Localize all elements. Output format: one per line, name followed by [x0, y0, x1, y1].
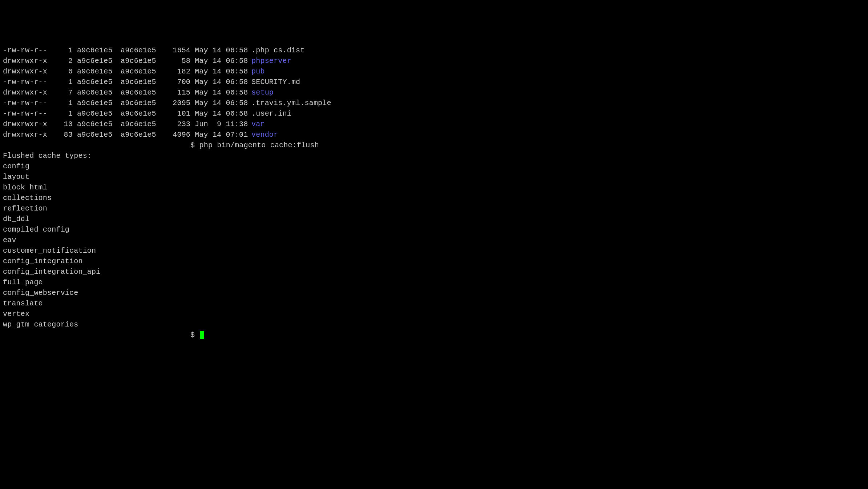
- perm: drwxrwxr-x: [3, 56, 51, 66]
- ls-row: -rw-rw-r--1a9c6e1e5a9c6e1e51654May 14 06…: [3, 45, 865, 56]
- perm: -rw-rw-r--: [3, 108, 51, 119]
- cache-type: block_html: [3, 182, 865, 193]
- directory-name: phpserver: [251, 56, 291, 66]
- cache-type: collections: [3, 193, 865, 203]
- size: 115: [164, 87, 190, 98]
- size: 1654: [164, 45, 190, 56]
- owner: a9c6e1e5: [77, 77, 121, 87]
- perm: -rw-rw-r--: [3, 45, 51, 56]
- group: a9c6e1e5: [121, 45, 164, 56]
- cache-type: config_webservice: [3, 288, 865, 298]
- owner: a9c6e1e5: [77, 119, 121, 129]
- cache-type: config: [3, 161, 865, 172]
- owner: a9c6e1e5: [77, 66, 121, 77]
- perm: -rw-rw-r--: [3, 98, 51, 108]
- owner: a9c6e1e5: [77, 129, 121, 140]
- cache-type-name: layout: [3, 173, 29, 181]
- directory-name: pub: [251, 66, 265, 77]
- links: 10: [51, 119, 73, 129]
- owner: a9c6e1e5: [77, 45, 121, 56]
- size: 182: [164, 66, 190, 77]
- cache-type: vertex: [3, 309, 865, 319]
- cache-type-name: block_html: [3, 183, 47, 192]
- cache-type-name: db_ddl: [3, 215, 29, 223]
- date: May 14 06:58: [195, 87, 251, 98]
- prompt-symbol: $: [190, 141, 199, 149]
- cache-type-name: compiled_config: [3, 225, 69, 234]
- cache-type: config_integration: [3, 256, 865, 266]
- group: a9c6e1e5: [121, 98, 164, 108]
- ls-row: -rw-rw-r--1a9c6e1e5a9c6e1e5700May 14 06:…: [3, 77, 865, 87]
- cache-type: translate: [3, 298, 865, 309]
- ls-row: drwxrwxr-x7a9c6e1e5a9c6e1e5115May 14 06:…: [3, 87, 865, 98]
- ls-row: drwxrwxr-x83a9c6e1e5a9c6e1e54096May 14 0…: [3, 129, 865, 140]
- cache-type: eav: [3, 235, 865, 245]
- file-name: .php_cs.dist: [251, 45, 304, 56]
- group: a9c6e1e5: [121, 108, 164, 119]
- date: May 14 06:58: [195, 66, 251, 77]
- prompt-line: $ php bin/magento cache:flush: [3, 140, 865, 151]
- group: a9c6e1e5: [121, 87, 164, 98]
- cache-type-name: config_integration: [3, 257, 83, 265]
- directory-name: setup: [251, 87, 274, 98]
- owner: a9c6e1e5: [77, 87, 121, 98]
- flush-header: Flushed cache types:: [3, 151, 865, 161]
- cache-type: full_page: [3, 277, 865, 288]
- links: 1: [51, 108, 73, 119]
- owner: a9c6e1e5: [77, 98, 121, 108]
- cache-type: db_ddl: [3, 214, 865, 224]
- cache-type: config_integration_api: [3, 266, 865, 277]
- cache-type-name: config: [3, 162, 29, 171]
- cache-type: layout: [3, 172, 865, 182]
- cache-type-name: reflection: [3, 204, 47, 213]
- group: a9c6e1e5: [121, 119, 164, 129]
- links: 7: [51, 87, 73, 98]
- cache-type-name: vertex: [3, 310, 29, 318]
- command: php bin/magento cache:flush: [199, 141, 319, 149]
- ls-row: -rw-rw-r--1a9c6e1e5a9c6e1e52095May 14 06…: [3, 98, 865, 108]
- cache-type-name: collections: [3, 194, 52, 202]
- flush-header-text: Flushed cache types:: [3, 152, 92, 160]
- perm: drwxrwxr-x: [3, 129, 51, 140]
- file-name: .user.ini: [251, 108, 291, 119]
- cache-type-name: customer_notification: [3, 246, 96, 255]
- perm: drwxrwxr-x: [3, 66, 51, 77]
- links: 6: [51, 66, 73, 77]
- prompt-symbol: $: [190, 331, 199, 339]
- links: 1: [51, 98, 73, 108]
- perm: drwxrwxr-x: [3, 87, 51, 98]
- cache-type: wp_gtm_categories: [3, 319, 865, 330]
- cache-type-name: full_page: [3, 278, 43, 286]
- date: May 14 06:58: [195, 56, 251, 66]
- date: May 14 06:58: [195, 77, 251, 87]
- ls-row: drwxrwxr-x6a9c6e1e5a9c6e1e5182May 14 06:…: [3, 66, 865, 77]
- terminal-output[interactable]: -rw-rw-r--1a9c6e1e5a9c6e1e51654May 14 06…: [3, 45, 865, 340]
- links: 83: [51, 129, 73, 140]
- ls-row: drwxrwxr-x2a9c6e1e5a9c6e1e558May 14 06:5…: [3, 56, 865, 66]
- size: 233: [164, 119, 190, 129]
- date: Jun 9 11:38: [195, 119, 251, 129]
- cache-type-name: wp_gtm_categories: [3, 320, 78, 329]
- directory-name: var: [251, 119, 265, 129]
- owner: a9c6e1e5: [77, 108, 121, 119]
- size: 4096: [164, 129, 190, 140]
- directory-name: vendor: [251, 129, 278, 140]
- size: 101: [164, 108, 190, 119]
- ls-row: drwxrwxr-x10a9c6e1e5a9c6e1e5233Jun 9 11:…: [3, 119, 865, 129]
- prompt-line[interactable]: $: [3, 330, 865, 340]
- links: 2: [51, 56, 73, 66]
- perm: -rw-rw-r--: [3, 77, 51, 87]
- cache-type: compiled_config: [3, 224, 865, 235]
- size: 700: [164, 77, 190, 87]
- cache-type-name: config_webservice: [3, 289, 78, 297]
- date: May 14 06:58: [195, 98, 251, 108]
- file-name: .travis.yml.sample: [251, 98, 331, 108]
- group: a9c6e1e5: [121, 56, 164, 66]
- cursor[interactable]: [200, 331, 204, 339]
- ls-row: -rw-rw-r--1a9c6e1e5a9c6e1e5101May 14 06:…: [3, 108, 865, 119]
- group: a9c6e1e5: [121, 129, 164, 140]
- links: 1: [51, 45, 73, 56]
- cache-type-name: config_integration_api: [3, 268, 100, 276]
- group: a9c6e1e5: [121, 77, 164, 87]
- date: May 14 06:58: [195, 108, 251, 119]
